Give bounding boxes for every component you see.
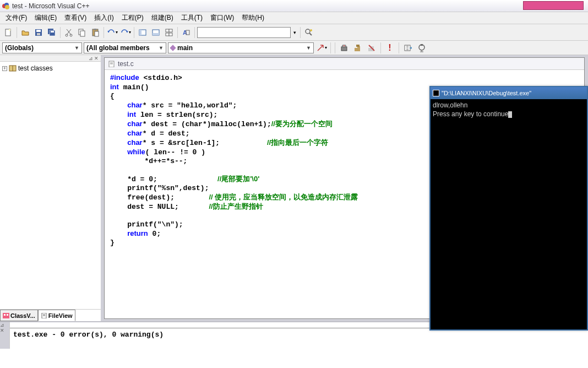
menu-tools[interactable]: 工具(T) [178, 12, 206, 24]
toolbar-main: ▾ ▾ A ▾ [0, 24, 588, 41]
build-icon[interactable] [352, 42, 364, 54]
goto-icon[interactable]: ▾ [315, 42, 328, 54]
svg-rect-24 [166, 33, 169, 36]
svg-rect-47 [7, 314, 8, 316]
class-icon [3, 313, 9, 318]
toolbar-wizard: (Globals)▼ (All global members▼ main▼ ▾ … [0, 41, 588, 55]
tree-root[interactable]: + test classes [2, 64, 99, 73]
members-combo[interactable]: (All global members▼ [84, 42, 166, 53]
svg-rect-7 [37, 33, 40, 35]
paste-icon[interactable] [89, 26, 101, 39]
svg-rect-21 [153, 33, 159, 35]
svg-rect-17 [95, 31, 99, 36]
svg-point-28 [306, 29, 310, 34]
svg-rect-31 [341, 47, 347, 51]
svg-rect-19 [139, 30, 141, 35]
file-icon [41, 313, 47, 318]
app-icon [2, 2, 10, 10]
svg-rect-35 [356, 45, 360, 47]
menu-file[interactable]: 文件(F) [2, 12, 30, 24]
svg-rect-40 [421, 44, 423, 46]
svg-rect-6 [36, 30, 41, 32]
svg-point-2 [5, 5, 9, 9]
svg-rect-36 [368, 48, 371, 51]
save-icon[interactable] [32, 26, 45, 39]
window-list-icon[interactable] [163, 26, 175, 39]
tab-fileview[interactable]: FileView [38, 310, 75, 321]
window-title: test - Microsoft Visual C++ [12, 2, 90, 10]
close-icon: ✕ [94, 56, 99, 61]
document-icon [108, 61, 116, 67]
sidebar: ⊿✕ + test classes ClassV... FileView [0, 55, 102, 321]
titlebar: test - Microsoft Visual C++ [0, 0, 588, 12]
editor-tab-label: test.c [118, 60, 134, 68]
open-icon[interactable] [19, 26, 31, 39]
new-file-icon[interactable] [2, 26, 14, 39]
find-in-files-icon[interactable] [303, 26, 315, 39]
stop-build-icon[interactable] [366, 42, 378, 54]
execute-icon[interactable]: ! [384, 42, 396, 54]
find-input[interactable] [197, 27, 291, 38]
tab-classview[interactable]: ClassV... [0, 310, 38, 321]
menu-help[interactable]: 帮助(H) [238, 12, 268, 24]
svg-rect-16 [94, 29, 96, 30]
breakpoint-icon[interactable] [416, 42, 428, 54]
go-icon[interactable] [402, 42, 414, 54]
svg-rect-34 [357, 46, 360, 51]
svg-rect-45 [3, 313, 9, 318]
taskbar-highlight [523, 1, 584, 10]
output-gutter[interactable]: ⊿ ✕ [0, 322, 10, 349]
expand-icon[interactable]: + [2, 66, 7, 71]
undo-icon[interactable]: ▾ [106, 26, 118, 39]
copy-icon[interactable] [76, 26, 88, 39]
menu-edit[interactable]: 编辑(E) [31, 12, 60, 24]
menu-insert[interactable]: 插入(I) [91, 12, 117, 24]
menu-project[interactable]: 工程(P) [118, 12, 147, 24]
menu-window[interactable]: 窗口(W) [207, 12, 237, 24]
find-icon[interactable]: A [180, 26, 192, 39]
book-icon [9, 65, 17, 72]
console-title-text: "D:\LIANXI\NIXU\Debug\test.exe" [442, 90, 531, 96]
output-text: test.exe - 0 error(s), 0 warning(s) [10, 328, 588, 349]
menubar: 文件(F) 编辑(E) 查看(V) 插入(I) 工程(P) 组建(B) 工具(T… [0, 12, 588, 24]
svg-rect-14 [80, 31, 85, 36]
console-output: dlrow,ollehn Press any key to continue [431, 99, 587, 121]
compile-icon[interactable] [338, 42, 350, 54]
save-all-icon[interactable] [46, 26, 58, 39]
sidebar-tabs: ClassV... FileView [0, 309, 101, 321]
sidebar-handle[interactable]: ⊿✕ [0, 55, 101, 62]
tree-root-label: test classes [18, 64, 53, 72]
svg-point-32 [344, 45, 345, 46]
svg-rect-25 [169, 33, 172, 36]
editor-tab[interactable]: test.c [105, 58, 584, 70]
menu-build[interactable]: 组建(B) [148, 12, 177, 24]
svg-line-29 [309, 33, 312, 35]
menu-view[interactable]: 查看(V) [61, 12, 90, 24]
svg-rect-22 [166, 29, 169, 32]
console-icon [433, 90, 439, 96]
svg-rect-10 [51, 31, 54, 33]
svg-point-30 [310, 29, 312, 31]
svg-rect-33 [355, 48, 357, 51]
cut-icon[interactable] [63, 26, 75, 39]
scope-combo[interactable]: (Globals)▼ [2, 42, 82, 53]
class-tree[interactable]: + test classes [0, 62, 101, 309]
svg-rect-46 [4, 314, 6, 316]
function-combo[interactable]: main▼ [168, 42, 314, 53]
redo-icon[interactable]: ▾ [119, 26, 132, 39]
console-titlebar[interactable]: "D:\LIANXI\NIXU\Debug\test.exe" [431, 87, 587, 99]
svg-rect-4 [9, 29, 10, 31]
svg-rect-23 [169, 29, 172, 32]
console-window[interactable]: "D:\LIANXI\NIXU\Debug\test.exe" dlrow,ol… [429, 86, 588, 331]
output-icon[interactable] [150, 26, 162, 39]
workspace-icon[interactable] [137, 26, 149, 39]
